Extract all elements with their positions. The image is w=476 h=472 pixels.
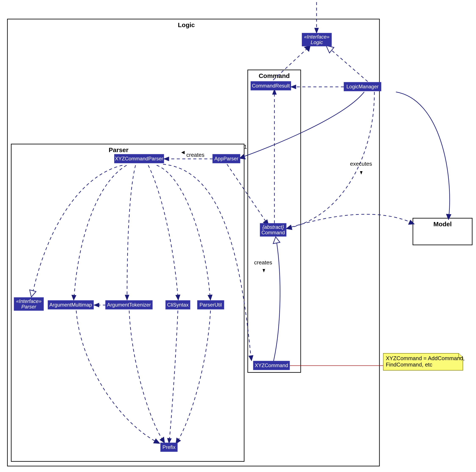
uml-class-diagram: Logic Parser Command Model AppParser (so… [0,0,476,472]
svg-text:ArgumentMultimap: ArgumentMultimap [49,302,92,308]
edge-parserutil-to-prefix [178,311,210,441]
class-xyz-command-parser: XYZCommandParser [114,154,164,163]
arrowhead [94,303,99,307]
arrowhead [160,437,165,443]
arrowhead [314,28,319,34]
svg-text:CliSyntax: CliSyntax [167,302,188,308]
svg-text:{abstract}: {abstract} [262,224,284,230]
edge-clisyntax-to-prefix [170,311,178,440]
arrowhead [208,295,212,300]
edge-command-to-model [286,214,411,229]
arrowhead [163,157,169,161]
svg-text:Parser: Parser [21,304,37,310]
class-logic-interface: «Interface» Logic [302,33,332,46]
class-command-result: CommandResult [251,81,291,90]
label-executes: executes [350,161,372,167]
svg-text:XYZCommand: XYZCommand [255,363,288,368]
class-parser-util: ParserUtil [197,300,224,309]
edge-xyzcommand-ext-command [273,242,280,361]
arrowhead [175,295,180,300]
svg-text:CommandResult: CommandResult [252,83,290,88]
package-parser-label: Parser [109,146,129,153]
edge-logicmanager-to-model [396,92,450,216]
direction-triangle [263,269,265,272]
note-xyzcommand: XYZCommand = AddCommand, FindCommand, et… [383,353,465,370]
arrowhead [71,295,76,300]
svg-text:«Interface»: «Interface» [16,298,41,304]
arrowhead [125,295,129,300]
arrowhead-hollow [326,46,334,53]
edge-xyzcmdparser-to-parserutil [157,165,210,297]
edge-appparser-to-command [227,164,267,223]
class-logic-manager: LogicManager [344,82,381,91]
svg-text:Prefix: Prefix [162,444,175,450]
class-parser-interface: «Interface» Parser [14,297,44,311]
class-argument-multimap: ArgumentMultimap [48,300,94,309]
class-cli-syntax: CliSyntax [166,300,190,309]
class-prefix: Prefix [160,443,177,452]
svg-text:«Interface»: «Interface» [304,34,329,40]
note-line1: XYZCommand = AddCommand, [386,355,465,361]
direction-triangle [181,151,185,154]
svg-text:ArgumentTokenizer: ArgumentTokenizer [107,302,151,308]
edge-xyzcmdparser-creates-xyzcmd [163,164,251,357]
package-logic-label: Logic [178,21,195,28]
svg-text:LogicManager: LogicManager [346,84,379,89]
arrowhead [153,438,160,444]
svg-text:Logic: Logic [311,39,323,45]
class-argument-tokenizer: ArgumentTokenizer [105,300,153,309]
edge-logicmanager-to-appparser [243,92,364,157]
direction-triangle [360,171,362,175]
package-logic [7,19,379,466]
label-creates-command: creates [254,259,272,266]
edge-logicmanager-realize-logic [330,49,372,85]
multiplicity-appparser: 1 [244,144,247,150]
package-command-label: Command [259,72,290,79]
class-app-parser: AppParser [213,154,240,163]
edge-argtokenizer-to-prefix [129,311,163,440]
edge-xyzcmdparser-to-argtokenizer [127,165,136,297]
svg-text:XYZCommandParser: XYZCommandParser [115,156,163,161]
arrowhead-hollow [273,237,280,244]
arrowhead-hollow [30,290,36,297]
edge-argmultimap-to-prefix [76,311,157,442]
edge-commandresult-to-logic [273,48,308,80]
package-model-label: Model [433,221,452,227]
class-command-abstract: {abstract} Command [260,223,286,236]
edge-xyzcmdparser-to-clisyntax [148,165,178,297]
note-line2: FindCommand, etc [386,361,432,368]
arrowhead [304,46,310,52]
edge-xyzcmdparser-realize-parser [33,165,122,292]
arrowhead [249,355,253,361]
arrowhead [408,220,415,225]
edge-xyzcmdparser-to-argmultimap [74,165,127,297]
svg-text:ParserUtil: ParserUtil [200,302,222,308]
edge-logicmanager-executes-command [290,92,374,228]
label-creates-parser: creates [186,152,204,158]
svg-text:AppParser: AppParser [214,156,238,161]
class-xyz-command: XYZCommand [253,361,290,370]
svg-text:Command: Command [261,230,285,235]
arrowhead [290,85,296,89]
arrowhead [446,214,451,220]
